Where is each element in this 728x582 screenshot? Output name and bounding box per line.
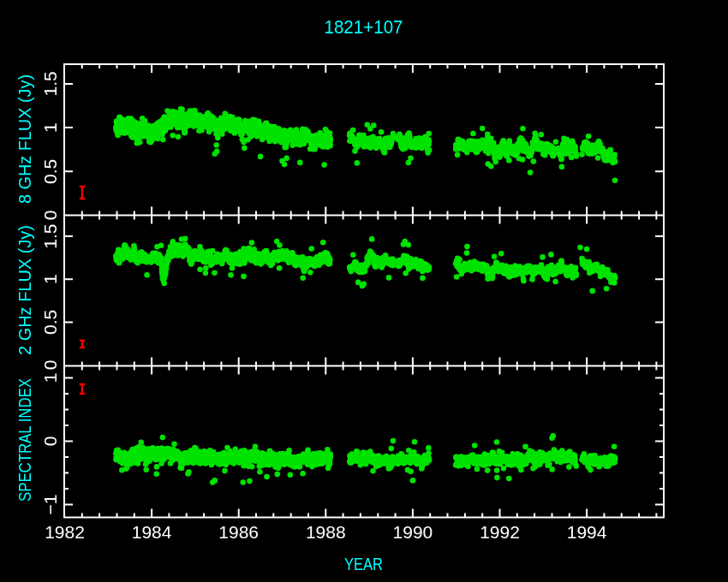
svg-text:0: 0 [40, 436, 60, 447]
svg-text:1986: 1986 [218, 522, 259, 542]
svg-text:1: 1 [40, 274, 60, 284]
svg-text:YEAR: YEAR [344, 555, 383, 573]
svg-text:0: 0 [40, 360, 60, 371]
svg-text:1988: 1988 [306, 522, 346, 542]
svg-text:1990: 1990 [393, 522, 433, 542]
svg-text:−1: −1 [40, 495, 60, 515]
svg-text:1: 1 [40, 122, 60, 133]
svg-text:1.5: 1.5 [40, 223, 60, 248]
svg-text:SPECTRAL INDEX: SPECTRAL INDEX [15, 378, 34, 502]
svg-text:0.5: 0.5 [40, 159, 60, 184]
svg-text:1992: 1992 [480, 522, 520, 542]
svg-text:1982: 1982 [45, 522, 85, 542]
svg-text:1: 1 [40, 373, 60, 383]
svg-text:1821+107: 1821+107 [325, 16, 403, 38]
svg-text:1984: 1984 [132, 522, 172, 542]
svg-text:1994: 1994 [567, 522, 607, 542]
svg-text:1.5: 1.5 [40, 71, 60, 96]
svg-text:0: 0 [40, 211, 60, 221]
svg-text:8 GHz FLUX (Jy): 8 GHz FLUX (Jy) [15, 74, 34, 204]
svg-text:2 GHz FLUX (Jy): 2 GHz FLUX (Jy) [15, 225, 34, 355]
svg-text:0.5: 0.5 [40, 310, 60, 335]
